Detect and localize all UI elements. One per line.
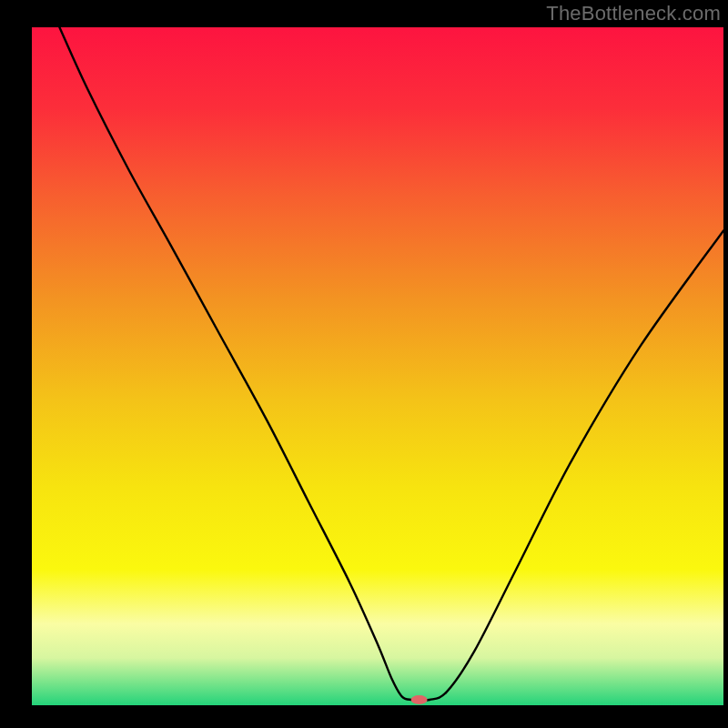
min-point-marker — [411, 695, 428, 704]
bottleneck-chart — [0, 0, 728, 728]
chart-frame: TheBottleneck.com — [0, 0, 728, 728]
plot-background — [32, 27, 723, 705]
